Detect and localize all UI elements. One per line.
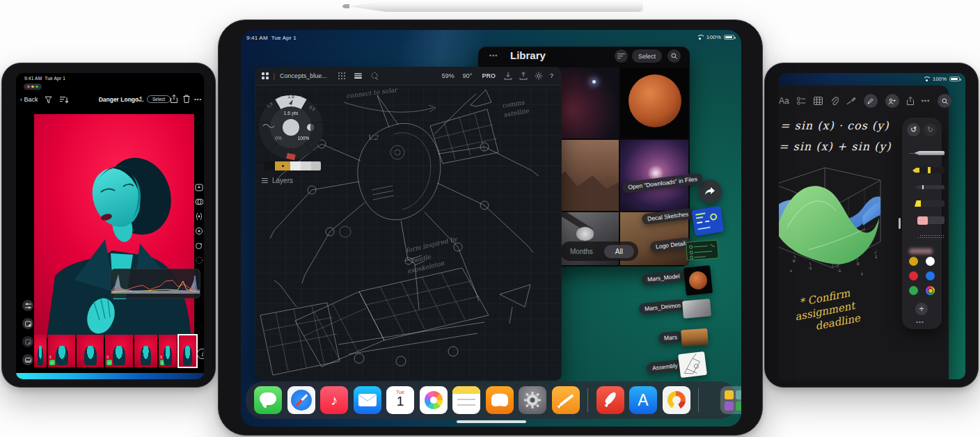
undo-icon[interactable]: ↺ (136, 95, 142, 103)
mars-thumb[interactable] (681, 328, 709, 347)
help-icon[interactable]: ? (550, 72, 553, 79)
texture-brush-tool[interactable] (902, 229, 942, 246)
undo-icon[interactable]: ↺ (907, 123, 920, 136)
select-button[interactable]: Select (147, 95, 171, 103)
dock-rocket-app-icon[interactable] (596, 386, 624, 414)
zoom-level[interactable]: 59% (442, 72, 455, 79)
mars-deimos-thumb[interactable] (682, 299, 711, 318)
white-balance-icon[interactable] (195, 227, 203, 235)
search-icon[interactable] (938, 94, 951, 108)
drag-pill-mars-deimos[interactable]: Mars_Deimos (638, 299, 687, 315)
copy-edits-icon[interactable] (22, 336, 33, 347)
swatch-gold[interactable] (909, 257, 918, 266)
pen-tool[interactable] (902, 179, 942, 196)
view-options-icon[interactable] (615, 49, 628, 63)
palette-drag-handle[interactable] (899, 218, 901, 229)
rotation-value[interactable]: 90° (463, 72, 473, 79)
drag-pill-mars-model[interactable]: Mars_Model (641, 270, 686, 285)
dock-safari-icon[interactable] (287, 386, 315, 414)
table-icon[interactable] (814, 97, 823, 105)
dock-settings-icon[interactable] (519, 386, 546, 414)
filmstrip-thumb-selected[interactable] (178, 335, 198, 367)
attachment-icon[interactable] (830, 97, 839, 106)
pencil-tool[interactable] (902, 145, 942, 162)
window-controls[interactable] (24, 84, 42, 90)
swatch-green[interactable] (909, 286, 918, 295)
share-forward-icon[interactable] (698, 180, 722, 203)
tab-all[interactable]: All (604, 245, 634, 258)
swatch-blue[interactable] (926, 271, 935, 280)
search-icon[interactable] (667, 49, 681, 63)
photo-thumbnail-mars[interactable] (620, 67, 688, 138)
swatch-white[interactable] (926, 257, 935, 266)
redo-icon[interactable]: ↻ (924, 123, 937, 136)
dock-app-library-icon[interactable] (720, 386, 741, 414)
precision-grid-icon[interactable] (338, 72, 346, 80)
share-icon[interactable] (171, 95, 177, 103)
tool-wheel[interactable]: 1.6 1.3 5.5 1.6 pts 0% 100% (256, 88, 326, 166)
adjustments-icon[interactable] (22, 300, 33, 311)
export-icon[interactable] (519, 72, 528, 80)
swatch-color-picker[interactable] (926, 286, 935, 295)
color-bar[interactable] (264, 161, 321, 170)
back-button[interactable]: ‹ Back (20, 96, 38, 103)
window-more-icon[interactable]: ••• (489, 52, 498, 59)
filter-icon[interactable] (45, 96, 52, 104)
highlighter-tool[interactable] (902, 196, 942, 212)
swatch-red[interactable] (909, 271, 918, 280)
retouch-icon[interactable] (195, 241, 203, 250)
assembly-thumb[interactable] (678, 351, 707, 378)
filmstrip-thumb[interactable] (77, 335, 104, 367)
drag-pill-mars[interactable]: Mars (658, 331, 683, 344)
layers-toggle[interactable]: Layers (262, 177, 293, 184)
text-format-icon[interactable]: Aa (779, 96, 789, 106)
document-title[interactable]: Concepts_blue... (280, 72, 327, 79)
app-menu-icon[interactable] (262, 72, 269, 79)
home-indicator[interactable] (457, 420, 526, 423)
settings-gear-icon[interactable] (535, 72, 543, 80)
decal-sticker-thumb[interactable] (691, 206, 724, 236)
info-icon[interactable]: i (197, 349, 204, 359)
filmstrip-thumb[interactable]: 3 ✓ (48, 335, 75, 367)
collaborate-icon[interactable] (885, 94, 899, 108)
dock-concepts-icon[interactable] (663, 386, 690, 414)
tab-months[interactable]: Months (564, 248, 599, 255)
markup-icon[interactable] (864, 94, 878, 108)
dock-appstore-icon[interactable]: A (629, 386, 657, 414)
dock-messages-icon[interactable] (254, 386, 282, 414)
pro-badge[interactable]: PRO (482, 72, 496, 79)
layers-panel-icon[interactable] (354, 72, 362, 80)
more-icon[interactable]: ••• (922, 97, 930, 104)
dock-books-icon[interactable] (486, 386, 514, 414)
sort-icon[interactable] (60, 96, 69, 104)
marker-tool[interactable] (902, 162, 942, 179)
logo-detail-thumb[interactable] (686, 239, 719, 260)
library-select-button[interactable]: Select (632, 49, 662, 63)
filters-icon[interactable] (195, 198, 203, 206)
noise-reduction-icon[interactable] (195, 256, 203, 264)
filmstrip-thumb[interactable] (34, 335, 47, 367)
share-icon[interactable] (907, 97, 914, 105)
dock-pages-icon[interactable] (552, 386, 580, 414)
palette-more-icon[interactable]: ••• (915, 317, 925, 326)
import-icon[interactable] (504, 72, 512, 80)
filmstrip-thumb[interactable]: 3 ✓ (159, 335, 177, 367)
more-icon[interactable]: ••• (194, 96, 202, 102)
scribble-pen-icon[interactable] (846, 97, 856, 106)
dock-mail-icon[interactable] (354, 386, 381, 414)
dock-notes-icon[interactable] (452, 386, 480, 414)
filmstrip-thumb[interactable] (134, 335, 157, 367)
eraser-tool[interactable] (902, 212, 942, 229)
checklist-icon[interactable] (797, 97, 806, 105)
selection-lasso-icon[interactable] (370, 72, 379, 81)
filmstrip-thumb[interactable]: 3 ✓ (105, 335, 132, 367)
dock-calendar-icon[interactable]: Tue 1 (386, 386, 414, 414)
filmstrip-toggle-icon[interactable] (22, 354, 33, 365)
dock-photos-icon[interactable] (420, 386, 448, 414)
trash-icon[interactable] (183, 95, 190, 103)
mars-model-thumb[interactable] (683, 265, 713, 296)
auto-enhance-icon[interactable] (195, 183, 203, 191)
adjust-icon[interactable] (195, 212, 203, 221)
add-tool-icon[interactable]: + (915, 303, 928, 315)
dock-music-icon[interactable]: ♪ (320, 386, 348, 414)
